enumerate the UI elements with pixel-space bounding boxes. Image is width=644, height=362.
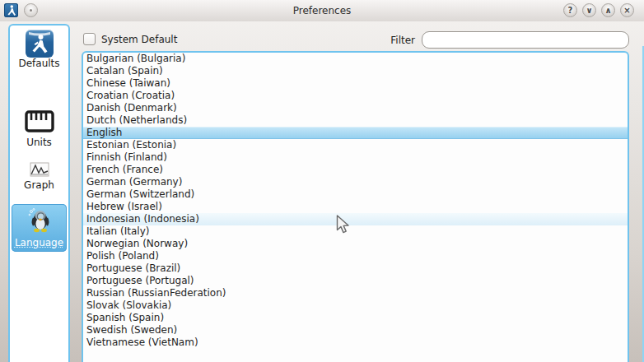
window-title: Preferences [0, 0, 644, 21]
language-list: Bulgarian (Bulgaria)Catalan (Spain)Chine… [82, 51, 629, 362]
language-row[interactable]: Italian (Italy) [83, 225, 628, 238]
language-row[interactable]: Portuguese (Brazil) [83, 262, 628, 275]
language-row[interactable]: Chinese (Taiwan) [83, 77, 628, 90]
filter-input[interactable] [422, 31, 629, 49]
system-default-label: System Default [101, 34, 177, 45]
language-row[interactable]: French (France) [83, 164, 628, 176]
list-header: System Default Filter [82, 31, 629, 51]
titlebar: Preferences ? ∨ ∧ × [0, 0, 644, 21]
language-row[interactable]: Catalan (Spain) [83, 65, 628, 77]
system-default-checkbox[interactable] [83, 33, 96, 45]
sidebar-item-units[interactable]: Units [12, 109, 67, 148]
ruler-icon [24, 109, 55, 134]
penguin-icon [26, 207, 54, 234]
help-button[interactable]: ? [563, 3, 577, 17]
sidebar-item-label: Language [12, 237, 67, 248]
sidebar-item-graph[interactable]: Graph [12, 162, 67, 191]
language-row[interactable]: German (Germany) [83, 176, 628, 188]
language-row[interactable]: Portuguese (Portugal) [83, 275, 628, 287]
language-row[interactable]: Croatian (Croatia) [83, 90, 628, 102]
unshade-button[interactable]: ∧ [601, 3, 615, 17]
language-row[interactable]: Finnish (Finland) [83, 151, 628, 164]
close-button[interactable]: × [620, 3, 634, 17]
language-row[interactable]: English [83, 127, 628, 139]
language-row[interactable]: Slovak (Slovakia) [83, 299, 628, 312]
language-row[interactable]: Indonesian (Indonesia) [83, 213, 628, 225]
preferences-sidebar: Defaults Units Graph [8, 24, 70, 362]
language-row[interactable]: Vietnamese (VietNam) [83, 336, 628, 349]
sidebar-item-label: Defaults [12, 58, 67, 69]
language-row[interactable]: Norwegian (Norway) [83, 238, 628, 250]
language-row[interactable]: Dutch (Netherlands) [83, 114, 628, 127]
sidebar-item-label: Units [12, 137, 67, 148]
sidebar-item-language[interactable]: Language [12, 204, 67, 252]
system-default-option[interactable]: System Default [83, 33, 177, 45]
language-row[interactable]: Spanish (Spain) [83, 312, 628, 324]
graph-icon [30, 162, 49, 177]
language-row[interactable]: German (Switzerland) [83, 188, 628, 201]
language-row[interactable]: Russian (RussianFederation) [83, 287, 628, 299]
language-row[interactable]: Danish (Denmark) [83, 102, 628, 114]
filter-label: Filter [390, 35, 415, 46]
mouse-cursor [336, 215, 350, 234]
language-row[interactable]: Polish (Poland) [83, 250, 628, 262]
hiker-icon [26, 30, 54, 58]
language-row[interactable]: Bulgarian (Bulgaria) [83, 53, 628, 65]
language-row[interactable]: Swedish (Sweden) [83, 324, 628, 336]
shade-button[interactable]: ∨ [582, 3, 596, 17]
sidebar-item-defaults[interactable]: Defaults [12, 30, 67, 69]
language-row[interactable]: Estonian (Estonia) [83, 139, 628, 151]
language-row[interactable]: Hebrew (Israel) [83, 201, 628, 213]
sidebar-item-label: Graph [12, 179, 67, 191]
